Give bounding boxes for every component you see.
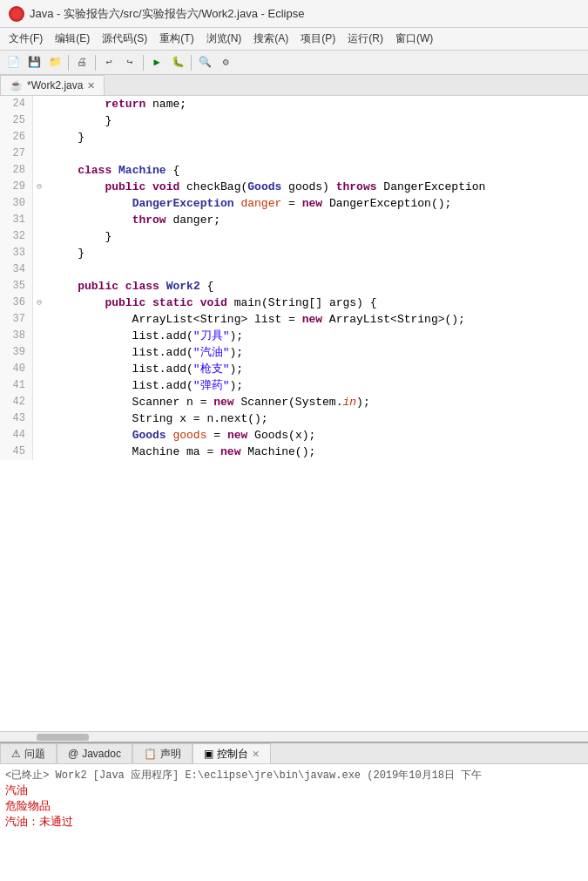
menu-search[interactable]: 搜索(A) (248, 30, 294, 48)
line-code: String x = n.next(); (45, 410, 268, 427)
tab-declaration[interactable]: 📋 声明 (132, 743, 193, 763)
code-line: 34 (0, 261, 588, 278)
line-code: class Machine { (45, 162, 179, 179)
bottom-tab-bar: ⚠ 问题 @ Javadoc 📋 声明 ▣ 控制台 ✕ (0, 743, 588, 764)
toolbar-undo[interactable]: ↩ (99, 53, 118, 72)
menu-edit[interactable]: 编辑(E) (50, 30, 95, 48)
toolbar-sep-1 (68, 55, 69, 71)
tab-problems-label: 问题 (24, 747, 45, 762)
toolbar-sep-3 (143, 55, 144, 71)
declaration-icon: 📋 (144, 748, 157, 760)
line-code: ArrayList<String> list = new ArrayList<S… (45, 311, 465, 328)
code-editor[interactable]: 24 return name;25 }26 }2728 class Machin… (0, 96, 588, 742)
toolbar-search[interactable]: 🔍 (195, 53, 214, 72)
line-number: 29 (0, 179, 33, 195)
code-line: 40 list.add("枪支"); (0, 361, 588, 377)
line-number: 31 (0, 212, 33, 228)
code-line: 33 } (0, 245, 588, 261)
line-code: } (45, 228, 112, 245)
line-code: public void checkBag(Goods goods) throws… (45, 179, 492, 195)
line-code: } (45, 112, 112, 129)
line-code: public static void main(String[] args) { (45, 295, 377, 311)
toolbar-save[interactable]: 💾 (24, 53, 44, 72)
code-line: 38 list.add("刀具"); (0, 328, 588, 344)
line-number: 41 (0, 377, 33, 394)
title-bar: Java - 实验报告六/src/实验报告六/Work2.java - Ecli… (0, 0, 588, 28)
line-number: 44 (0, 427, 33, 444)
toolbar-new[interactable]: 📄 (3, 53, 23, 72)
title-text: Java - 实验报告六/src/实验报告六/Work2.java - Ecli… (30, 6, 304, 22)
menu-window[interactable]: 窗口(W) (390, 30, 438, 48)
tab-label: *Work2.java (27, 79, 83, 91)
scrollbar-thumb[interactable] (37, 734, 89, 741)
code-line: 29⊖ public void checkBag(Goods goods) th… (0, 179, 588, 195)
menu-navigate[interactable]: 浏览(N) (201, 30, 247, 48)
line-code: list.add("汽油"); (45, 344, 243, 361)
code-line: 39 list.add("汽油"); (0, 344, 588, 361)
line-code: Machine ma = new Machine(); (45, 444, 315, 460)
toolbar-sep-4 (191, 55, 192, 71)
menu-source[interactable]: 源代码(S) (97, 30, 152, 48)
code-line: 37 ArrayList<String> list = new ArrayLis… (0, 311, 588, 328)
line-code: } (45, 245, 84, 261)
line-marker: ⊖ (33, 179, 45, 195)
horizontal-scrollbar[interactable] (0, 731, 588, 742)
code-line: 30 DangerException danger = new DangerEx… (0, 195, 588, 212)
line-number: 30 (0, 195, 33, 212)
line-code: return name; (45, 96, 186, 112)
close-icon[interactable]: ✕ (87, 80, 95, 91)
toolbar-run[interactable]: ▶ (147, 53, 166, 72)
code-scroll: 24 return name;25 }26 }2728 class Machin… (0, 96, 588, 731)
menu-file[interactable]: 文件(F) (3, 30, 48, 48)
console-line: 汽油：未通过 (5, 815, 583, 830)
code-line: 43 String x = n.next(); (0, 410, 588, 427)
line-number: 43 (0, 410, 33, 427)
line-number: 32 (0, 228, 33, 245)
code-line: 32 } (0, 228, 588, 245)
line-number: 42 (0, 394, 33, 410)
code-lines: 24 return name;25 }26 }2728 class Machin… (0, 96, 588, 460)
line-number: 35 (0, 278, 33, 295)
toolbar-save-all[interactable]: 📁 (45, 53, 64, 72)
code-line: 42 Scanner n = new Scanner(System.in); (0, 394, 588, 410)
line-number: 26 (0, 129, 33, 146)
console-close-icon[interactable]: ✕ (252, 749, 260, 760)
line-number: 37 (0, 311, 33, 328)
line-number: 39 (0, 344, 33, 361)
tab-problems[interactable]: ⚠ 问题 (0, 743, 57, 763)
toolbar-settings[interactable]: ⚙ (216, 53, 235, 72)
line-code: Scanner n = new Scanner(System.in); (45, 394, 370, 410)
code-line: 31 throw danger; (0, 212, 588, 228)
line-marker: ⊖ (33, 295, 45, 311)
tab-icon: ☕ (10, 79, 23, 91)
tab-javadoc-label: Javadoc (82, 748, 121, 760)
editor-tab-work2[interactable]: ☕ *Work2.java ✕ (0, 75, 105, 95)
line-code: } (45, 129, 84, 146)
eclipse-icon (9, 6, 24, 22)
line-code: list.add("枪支"); (45, 361, 243, 377)
line-number: 27 (0, 146, 33, 162)
menu-run[interactable]: 运行(R) (342, 30, 389, 48)
line-number: 28 (0, 162, 33, 179)
console-line: 危险物品 (5, 799, 583, 815)
line-number: 33 (0, 245, 33, 261)
line-code: public class Work2 { (45, 278, 213, 295)
code-line: 41 list.add("弹药"); (0, 377, 588, 394)
line-number: 36 (0, 295, 33, 311)
bottom-panel: ⚠ 问题 @ Javadoc 📋 声明 ▣ 控制台 ✕ <已终止> Work2 … (0, 742, 588, 881)
toolbar-debug[interactable]: 🐛 (168, 53, 187, 72)
toolbar: 📄 💾 📁 🖨 ↩ ↪ ▶ 🐛 🔍 ⚙ (0, 51, 588, 75)
code-line: 28 class Machine { (0, 162, 588, 179)
tab-javadoc[interactable]: @ Javadoc (57, 743, 132, 763)
line-code: throw danger; (45, 212, 220, 228)
code-line: 25 } (0, 112, 588, 129)
menu-project[interactable]: 项目(P) (295, 30, 341, 48)
toolbar-redo[interactable]: ↪ (120, 53, 139, 72)
menu-refactor[interactable]: 重构(T) (154, 30, 199, 48)
line-number: 34 (0, 261, 33, 278)
toolbar-print[interactable]: 🖨 (72, 53, 91, 72)
tab-console[interactable]: ▣ 控制台 ✕ (193, 743, 271, 763)
code-line: 44 Goods goods = new Goods(x); (0, 427, 588, 444)
console-output: <已终止> Work2 [Java 应用程序] E:\eclipse\jre\b… (0, 764, 588, 881)
line-number: 25 (0, 112, 33, 129)
